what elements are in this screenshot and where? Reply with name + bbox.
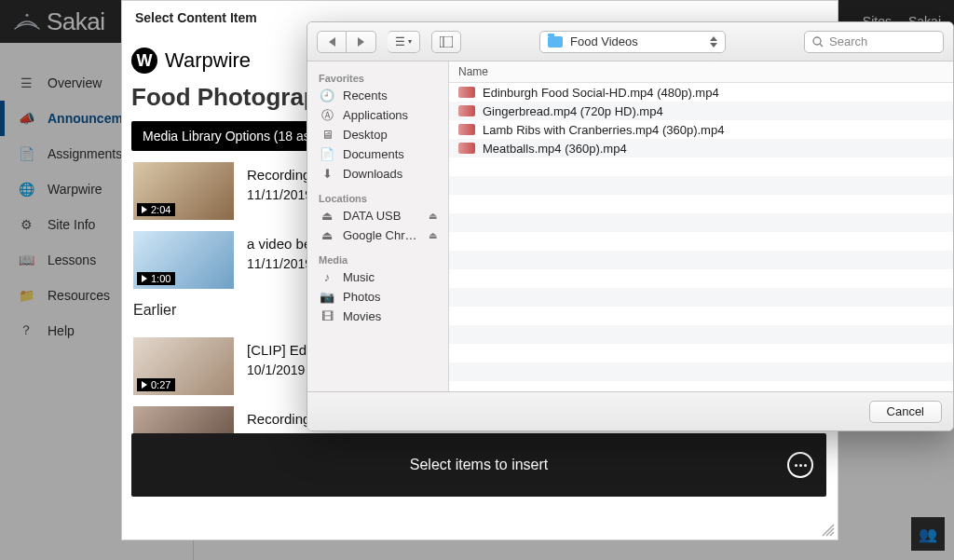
chevron-left-icon xyxy=(329,37,335,47)
sidebar-desktop[interactable]: 🖥Desktop xyxy=(307,125,448,144)
music-icon: ♪ xyxy=(319,271,335,284)
file-row[interactable]: Gingerbread.mp4 (720p HD).mp4 xyxy=(449,102,953,120)
back-button[interactable] xyxy=(317,31,347,53)
svg-rect-1 xyxy=(440,36,453,48)
picker-search[interactable]: Search xyxy=(804,31,944,53)
group-button[interactable] xyxy=(431,31,461,53)
drive-icon: ⏏ xyxy=(319,210,335,223)
warpwire-icon: W xyxy=(131,48,157,74)
file-row[interactable]: Meatballs.mp4 (360p).mp4 xyxy=(449,139,953,157)
sidebar-recents[interactable]: 🕘Recents xyxy=(307,86,448,105)
group-icon xyxy=(440,36,453,48)
eject-icon[interactable]: ⏏ xyxy=(429,230,437,240)
folder-icon xyxy=(548,36,563,48)
folder-dropdown[interactable]: Food Videos xyxy=(539,31,726,53)
search-icon xyxy=(812,36,824,48)
sidebar-documents[interactable]: 📄Documents xyxy=(307,144,448,164)
sidebar-music[interactable]: ♪Music xyxy=(307,267,448,287)
resize-handle-icon[interactable] xyxy=(821,523,836,538)
sidebar-google-chrome[interactable]: ⏏Google Chr…⏏ xyxy=(307,225,448,245)
video-file-icon xyxy=(458,105,475,116)
thumbnail: 1:00 xyxy=(133,231,234,289)
downloads-icon: ⬇ xyxy=(319,168,335,181)
view-list-button[interactable]: ☰ ▾ xyxy=(388,31,420,53)
picker-sidebar: Favorites 🕘Recents ⒶApplications 🖥Deskto… xyxy=(307,61,449,391)
desktop-icon: 🖥 xyxy=(319,129,335,142)
sidebar-downloads[interactable]: ⬇Downloads xyxy=(307,164,448,184)
sidebar-applications[interactable]: ⒶApplications xyxy=(307,105,448,125)
nav-buttons xyxy=(317,31,376,53)
file-list: Name Edinburgh Food Social-HD.mp4 (480p)… xyxy=(449,61,953,391)
thumbnail: 2:04 xyxy=(133,162,234,220)
updown-icon xyxy=(710,36,717,48)
picker-footer: Cancel xyxy=(307,391,953,430)
forward-button[interactable] xyxy=(347,31,376,53)
view-buttons: ☰ ▾ xyxy=(388,31,420,53)
film-icon: 🎞 xyxy=(319,310,335,323)
app-icon: Ⓐ xyxy=(319,109,335,122)
sidebar-data-usb[interactable]: ⏏DATA USB⏏ xyxy=(307,206,448,225)
video-file-icon xyxy=(458,87,475,98)
favorites-label: Favorites xyxy=(307,69,448,86)
insert-bar: Select items to insert xyxy=(131,433,826,497)
drive-icon: ⏏ xyxy=(319,229,335,242)
chevron-right-icon xyxy=(358,37,364,47)
video-file-icon xyxy=(458,143,475,154)
play-icon xyxy=(142,381,147,389)
sidebar-photos[interactable]: 📷Photos xyxy=(307,287,448,307)
sidebar-movies[interactable]: 🎞Movies xyxy=(307,307,448,326)
column-header-name[interactable]: Name xyxy=(449,61,953,83)
warpwire-logo: W Warpwire xyxy=(131,48,251,74)
insert-label: Select items to insert xyxy=(410,457,549,473)
file-picker-dialog: ☰ ▾ Food Videos Search Favorites 🕘Recent… xyxy=(307,21,954,431)
documents-icon: 📄 xyxy=(319,148,335,161)
file-row[interactable]: Lamb Ribs with Cranberries.mp4 (360p).mp… xyxy=(449,120,953,139)
play-icon xyxy=(142,275,147,282)
thumbnail: 0:27 xyxy=(133,337,234,395)
clock-icon: 🕘 xyxy=(319,89,335,102)
media-label: Media xyxy=(307,251,448,267)
cancel-button[interactable]: Cancel xyxy=(869,401,942,423)
play-icon xyxy=(142,206,147,213)
svg-line-4 xyxy=(820,44,823,47)
picker-toolbar: ☰ ▾ Food Videos Search xyxy=(307,22,953,61)
video-file-icon xyxy=(458,124,475,135)
eject-icon[interactable]: ⏏ xyxy=(429,211,437,221)
svg-point-3 xyxy=(813,37,821,45)
more-options-button[interactable] xyxy=(787,452,813,478)
file-row[interactable]: Edinburgh Food Social-HD.mp4 (480p).mp4 xyxy=(449,83,953,102)
locations-label: Locations xyxy=(307,189,448,206)
camera-icon: 📷 xyxy=(319,291,335,304)
